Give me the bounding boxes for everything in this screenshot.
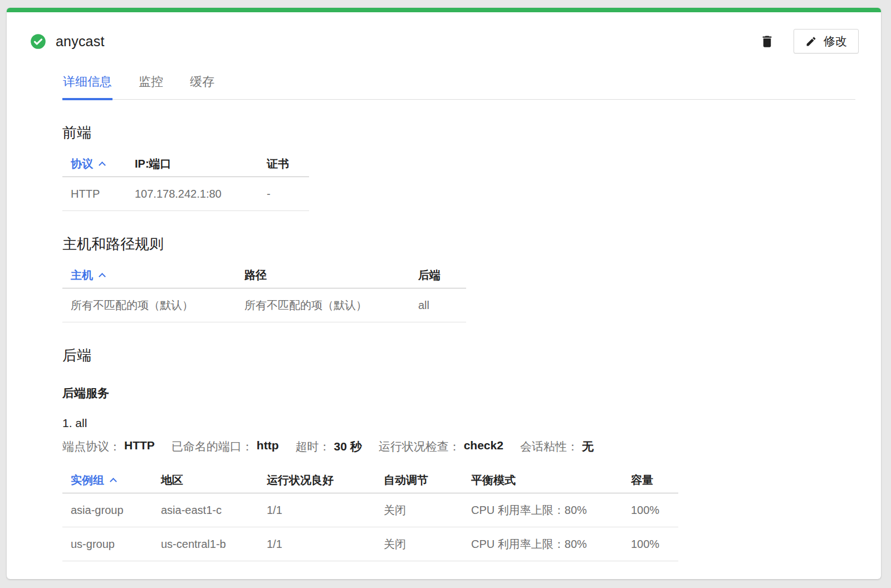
card-header: anycast 修改 bbox=[7, 12, 881, 53]
card-top-accent-bar bbox=[7, 8, 881, 12]
zone-cell: us-central1-b bbox=[161, 538, 267, 551]
page-background: { "theme": { "page_bg": "#e8e8e8", "card… bbox=[0, 0, 891, 588]
certificate-cell: - bbox=[267, 188, 309, 200]
healthy-cell: 1/1 bbox=[267, 504, 384, 517]
column-header-healthy[interactable]: 运行状况良好 bbox=[267, 473, 384, 488]
trash-icon bbox=[760, 34, 775, 49]
column-header-balancing-mode[interactable]: 平衡模式 bbox=[471, 473, 631, 488]
path-cell: 所有不匹配的项（默认） bbox=[244, 298, 418, 313]
host-cell: 所有不匹配的项（默认） bbox=[71, 298, 244, 313]
instance-group-cell: asia-group bbox=[71, 504, 161, 517]
protocol-cell: HTTP bbox=[71, 188, 135, 200]
tab-bar: 详细信息 监控 缓存 bbox=[62, 68, 855, 100]
tab-details[interactable]: 详细信息 bbox=[62, 68, 112, 99]
instance-group-cell: us-group bbox=[71, 538, 161, 551]
table-row: HTTP 107.178.242.1:80 - bbox=[62, 177, 309, 211]
column-header-zone[interactable]: 地区 bbox=[161, 473, 267, 488]
instance-groups-table-header: 实例组 地区 运行状况良好 自动调节 平衡模式 容量 bbox=[62, 468, 678, 493]
zone-cell: asia-east1-c bbox=[161, 504, 267, 517]
instance-groups-table: 实例组 地区 运行状况良好 自动调节 平衡模式 容量 asia-group as… bbox=[62, 468, 678, 561]
table-row: 所有不匹配的项（默认） 所有不匹配的项（默认） all bbox=[62, 288, 466, 322]
backend-service-title: 1. all bbox=[62, 416, 881, 430]
column-header-instance-group[interactable]: 实例组 bbox=[71, 473, 161, 488]
sort-ascending-icon bbox=[99, 273, 106, 280]
backend-services-subheading: 后端服务 bbox=[62, 385, 881, 401]
host-path-rules-table-header: 主机 路径 后端 bbox=[62, 263, 466, 288]
meta-health-check: 运行状况检查： check2 bbox=[379, 439, 503, 454]
column-header-host[interactable]: 主机 bbox=[71, 268, 244, 283]
edit-button-label: 修改 bbox=[824, 33, 847, 49]
frontend-table: 协议 IP:端口 证书 HTTP 107.178.242.1:80 - bbox=[62, 151, 309, 211]
backend-cell: all bbox=[418, 299, 466, 312]
column-header-path[interactable]: 路径 bbox=[244, 268, 418, 283]
column-header-capacity[interactable]: 容量 bbox=[631, 473, 678, 488]
host-path-rules-table: 主机 路径 后端 所有不匹配的项（默认） 所有不匹配的项（默认） all bbox=[62, 263, 466, 322]
balancing-mode-cell: CPU 利用率上限：80% bbox=[471, 537, 631, 552]
autoscaling-cell: 关闭 bbox=[384, 503, 471, 518]
column-header-protocol[interactable]: 协议 bbox=[71, 156, 135, 171]
tab-monitoring[interactable]: 监控 bbox=[138, 68, 164, 99]
backend-service-meta: 端点协议： HTTP 已命名的端口： http 超时： 30 秒 运行状况检查：… bbox=[62, 439, 881, 454]
tab-caching[interactable]: 缓存 bbox=[189, 68, 215, 99]
details-content: 前端 协议 IP:端口 证书 HTTP 107.178.242.1:80 - 主… bbox=[7, 123, 881, 561]
edit-button[interactable]: 修改 bbox=[794, 29, 859, 53]
capacity-cell: 100% bbox=[631, 538, 678, 551]
capacity-cell: 100% bbox=[631, 504, 678, 517]
page-title: anycast bbox=[56, 33, 105, 50]
column-header-backend[interactable]: 后端 bbox=[418, 268, 466, 283]
sort-ascending-icon bbox=[99, 161, 106, 169]
meta-session-affinity: 会话粘性： 无 bbox=[520, 439, 594, 454]
detail-card: anycast 修改 详细信息 监控 缓存 前端 协议 IP:端口 bbox=[7, 8, 881, 579]
delete-button[interactable] bbox=[757, 32, 777, 51]
balancing-mode-cell: CPU 利用率上限：80% bbox=[471, 503, 631, 518]
table-row: asia-group asia-east1-c 1/1 关闭 CPU 利用率上限… bbox=[62, 493, 678, 527]
frontend-section-heading: 前端 bbox=[62, 123, 881, 143]
host-path-rules-section-heading: 主机和路径规则 bbox=[62, 234, 881, 254]
backend-section-heading: 后端 bbox=[62, 346, 881, 365]
meta-endpoint-protocol: 端点协议： HTTP bbox=[62, 439, 155, 454]
frontend-table-header: 协议 IP:端口 证书 bbox=[62, 151, 309, 177]
sort-ascending-icon bbox=[110, 478, 117, 485]
status-ok-check-circle-icon bbox=[30, 33, 46, 50]
column-header-autoscaling[interactable]: 自动调节 bbox=[384, 473, 471, 488]
meta-timeout: 超时： 30 秒 bbox=[295, 439, 361, 454]
ip-port-cell: 107.178.242.1:80 bbox=[135, 188, 267, 200]
column-header-ip-port[interactable]: IP:端口 bbox=[135, 156, 267, 171]
healthy-cell: 1/1 bbox=[267, 538, 384, 551]
autoscaling-cell: 关闭 bbox=[384, 537, 471, 552]
table-row: us-group us-central1-b 1/1 关闭 CPU 利用率上限：… bbox=[62, 527, 678, 561]
column-header-certificate[interactable]: 证书 bbox=[267, 156, 309, 171]
meta-named-port: 已命名的端口： http bbox=[172, 439, 279, 454]
pencil-icon bbox=[805, 36, 817, 47]
